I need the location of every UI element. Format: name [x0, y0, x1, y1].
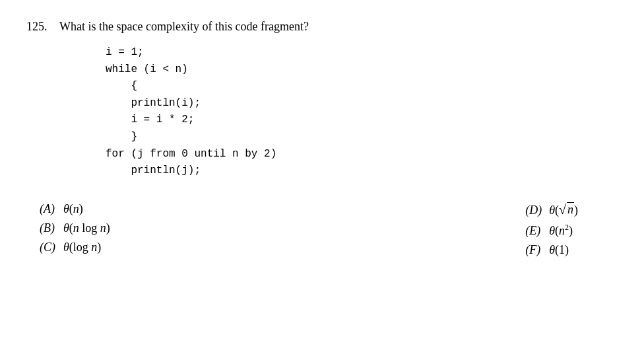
code-line-7: for (j from 0 until n by 2) [106, 146, 618, 163]
question-text: What is the space complexity of this cod… [59, 20, 309, 34]
answer-c: (C) θ(log n) [40, 241, 110, 254]
code-line-1: i = 1; [106, 44, 618, 61]
answers-section: (A) θ(n) (B) θ(n log n) (C) θ(log n) [26, 202, 618, 257]
answer-c-label: (C) [40, 241, 58, 254]
answer-e-value: θ(n2) [549, 223, 573, 238]
answer-f-label: (F) [525, 243, 544, 257]
answer-f-value: θ(1) [549, 243, 569, 257]
answer-e-label: (E) [525, 224, 544, 238]
answer-a-value: θ(n) [63, 202, 83, 216]
answers-right: (D) θ(√n) (E) θ(n2) (F) θ(1) [525, 202, 578, 257]
answer-f: (F) θ(1) [525, 243, 578, 257]
code-line-5: i = i * 2; [106, 112, 618, 129]
code-block: i = 1; while (i < n) { println(i); i = i… [106, 44, 618, 180]
answer-d-label: (D) [525, 204, 544, 217]
code-line-8: println(j); [106, 163, 618, 180]
question-header: 125. What is the space complexity of thi… [26, 20, 618, 34]
code-line-3: { [106, 78, 618, 95]
answer-a: (A) θ(n) [40, 202, 110, 216]
code-line-4: println(i); [106, 95, 618, 112]
question-number: 125. [26, 20, 59, 34]
answer-e: (E) θ(n2) [525, 223, 578, 238]
answer-b-label: (B) [40, 221, 58, 235]
code-line-6: } [106, 129, 618, 146]
answer-d: (D) θ(√n) [525, 202, 578, 217]
question-container: 125. What is the space complexity of thi… [26, 20, 618, 257]
code-line-2: while (i < n) [106, 61, 618, 79]
answers-left: (A) θ(n) (B) θ(n log n) (C) θ(log n) [40, 202, 110, 257]
answer-d-value: θ(√n) [549, 202, 578, 217]
answer-c-value: θ(log n) [63, 241, 101, 254]
answer-b-value: θ(n log n) [63, 221, 110, 235]
answer-a-label: (A) [40, 202, 58, 216]
answer-b: (B) θ(n log n) [40, 221, 110, 235]
